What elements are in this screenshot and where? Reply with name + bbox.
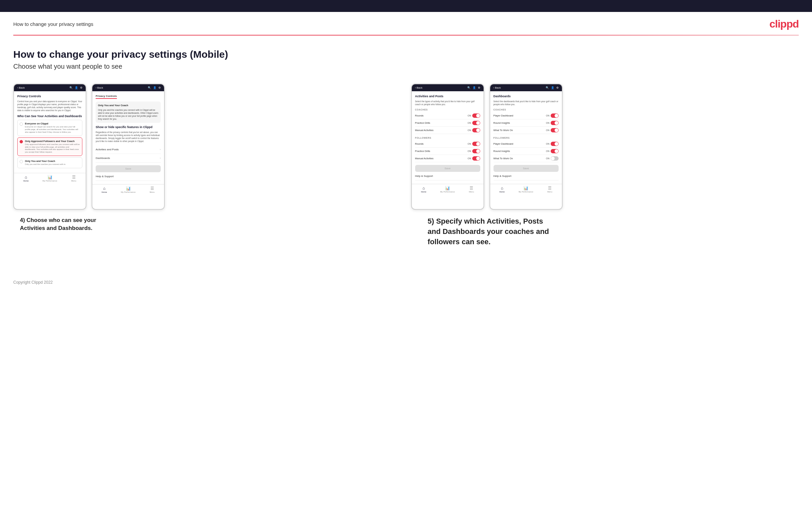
followers-rounds-toggle-group: ON [468,142,480,146]
chevron-left-icon: ‹ [17,86,18,89]
screen-3: ‹ Back 🔍 👤 ⚙ Activities and Posts Select… [411,83,484,210]
help-support-3[interactable]: Help & Support [415,172,480,180]
info-box-text: Only you and the coaches you connect wit… [98,109,158,120]
settings-icon-2[interactable]: ⚙ [158,86,161,89]
save-button-2[interactable]: Save [96,165,161,172]
screen1-body: Privacy Controls Control how you and you… [14,91,86,173]
nav-home-4[interactable]: ⌂ Home [490,186,514,193]
screen4-body: Dashboards Select the dashboards that yo… [490,91,562,184]
nav-menu-2[interactable]: ☰ Menu [140,186,164,193]
back-button-1[interactable]: ‹ Back [17,86,24,89]
privacy-tab[interactable]: Privacy Controls [96,95,117,99]
screen3-body: Activities and Posts Select the types of… [412,91,484,184]
coaches-player-dash-toggle[interactable] [551,113,559,118]
coaches-what-to-work-toggle[interactable] [551,128,559,132]
nav-menu-3[interactable]: ☰ Menu [460,186,484,193]
followers-label-4: FOLLOWERS [494,137,559,139]
followers-player-dash-toggle-group: ON [546,142,559,146]
chevron-left-icon-4: ‹ [494,86,495,89]
option-approved-text: Only Approved Followers and Your Coach O… [25,140,80,154]
who-can-see-title: Who Can See Your Activities and Dashboar… [17,114,82,118]
coaches-manual-toggle[interactable] [472,128,480,132]
save-button-3[interactable]: Save [415,165,480,172]
page-subtitle: Choose what you want people to see [13,63,799,70]
nav-performance-2[interactable]: 📊 My Performance [116,186,140,193]
chevron-left-icon-2: ‹ [96,86,97,89]
on-label-6: ON [468,157,471,160]
help-support-label-3: Help & Support [415,174,433,177]
dashboards-link[interactable]: Dashboards › [96,154,161,163]
coaches-drills-toggle-group: ON [468,121,480,125]
profile-icon-2[interactable]: 👤 [153,86,156,89]
followers-drills-toggle[interactable] [472,149,480,153]
search-icon-4[interactable]: 🔍 [546,86,549,89]
coaches-drills-row: Practice Drills ON [415,119,480,127]
followers-round-insights-row: Round Insights ON [494,148,559,155]
on-label-9: ON [546,129,550,131]
nav-home-1[interactable]: ⌂ Home [14,175,38,182]
option-everyone[interactable]: Everyone on Clippd Everyone on Clippd ca… [17,120,82,136]
followers-player-dash-toggle[interactable] [551,142,559,146]
screen1-bottom-nav: ⌂ Home 📊 My Performance ☰ Menu [14,173,86,183]
back-button-2[interactable]: ‹ Back [96,86,103,89]
coaches-drills-toggle[interactable] [472,121,480,125]
coaches-round-insights-toggle[interactable] [551,121,559,125]
nav-performance-3[interactable]: 📊 My Performance [436,186,460,193]
screen3-desc: Select the types of activity that you'd … [415,100,480,106]
nav-icons-3: 🔍 👤 ⚙ [467,86,480,89]
search-icon-2[interactable]: 🔍 [148,86,151,89]
settings-icon-3[interactable]: ⚙ [478,86,480,89]
profile-icon[interactable]: 👤 [75,86,78,89]
followers-what-to-work-toggle[interactable] [551,156,559,161]
on-label-2: ON [468,122,471,124]
followers-manual-toggle-group: ON [468,156,480,161]
help-support-2[interactable]: Help & Support [96,172,161,181]
option-approved[interactable]: Only Approved Followers and Your Coach O… [17,137,82,156]
save-button-4[interactable]: Save [494,165,559,172]
followers-round-insights-toggle[interactable] [551,149,559,153]
coaches-rounds-toggle-group: ON [468,113,480,118]
nav-home-3[interactable]: ⌂ Home [412,186,436,193]
coaches-rounds-label: Rounds [415,114,424,117]
screen4-desc: Select the dashboards that you'd like to… [494,100,559,106]
coaches-manual-toggle-group: ON [468,128,480,132]
profile-icon-3[interactable]: 👤 [472,86,476,89]
only-you-coach-box: Only You and Your Coach Only you and the… [96,102,161,123]
search-icon-3[interactable]: 🔍 [467,86,471,89]
caption-4: 4) Choose who can see your Activities an… [13,216,119,232]
radio-everyone [19,122,23,126]
on-label-12: ON [546,157,550,160]
performance-icon-2: 📊 [126,186,131,191]
back-button-4[interactable]: ‹ Back [494,86,501,89]
on-label-5: ON [468,150,471,152]
left-group: ‹ Back 🔍 👤 ⚙ Privacy Controls Control ho… [13,83,401,232]
chevron-right-icon-2: › [160,157,161,160]
nav-menu-4[interactable]: ☰ Menu [538,186,562,193]
option-only-you-text: Only You and Your Coach Only you and the… [25,160,65,166]
profile-icon-4[interactable]: 👤 [551,86,554,89]
search-icon[interactable]: 🔍 [69,86,73,89]
nav-performance-1[interactable]: 📊 My Performance [38,175,62,182]
home-icon-2: ⌂ [103,186,105,191]
coaches-what-to-work-label: What To Work On [494,129,513,132]
help-support-4[interactable]: Help & Support [494,172,559,180]
option-everyone-text: Everyone on Clippd Everyone on Clippd ca… [25,122,80,133]
settings-icon-4[interactable]: ⚙ [556,86,559,89]
settings-icon[interactable]: ⚙ [80,86,82,89]
followers-rounds-label: Rounds [415,143,424,145]
followers-drills-label: Practice Drills [415,150,430,153]
back-button-3[interactable]: ‹ Back [415,86,422,89]
option-only-you[interactable]: Only You and Your Coach Only you and the… [17,157,82,168]
top-bar [0,0,812,12]
activities-posts-link[interactable]: Activities and Posts › [96,145,161,154]
chevron-left-icon-3: ‹ [415,86,416,89]
coaches-rounds-toggle[interactable] [472,113,480,118]
followers-round-insights-label: Round Insights [494,150,510,153]
dashboards-label: Dashboards [96,157,110,160]
coaches-what-to-work-toggle-group: ON [546,128,559,132]
nav-home-2[interactable]: ⌂ Home [92,186,116,193]
followers-manual-toggle[interactable] [472,156,480,161]
nav-menu-1[interactable]: ☰ Menu [62,175,86,182]
nav-performance-4[interactable]: 📊 My Performance [514,186,538,193]
followers-rounds-toggle[interactable] [472,142,480,146]
